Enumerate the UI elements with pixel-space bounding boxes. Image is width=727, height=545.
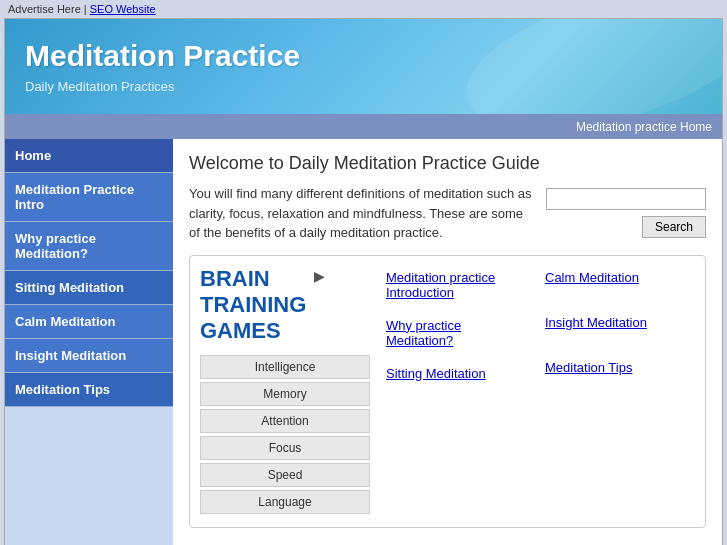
content-area: Welcome to Daily Meditation Practice Gui… [173,139,722,545]
ad-item-focus[interactable]: Focus [200,436,370,460]
content-heading: Welcome to Daily Meditation Practice Gui… [189,153,706,174]
sidebar-extra [5,407,173,545]
site-title: Meditation Practice [25,39,702,73]
link-calm[interactable]: Calm Meditation [545,270,695,285]
site-subtitle: Daily Meditation Practices [25,79,702,94]
sidebar-item-home[interactable]: Home [5,139,173,173]
ad-title: BRAIN TRAINING GAMES ▶ [200,266,370,345]
main-layout: Home Meditation Practice Intro Why pract… [5,139,722,545]
home-nav-link[interactable]: Meditation practice Home [576,120,712,134]
header: Meditation Practice Daily Meditation Pra… [5,19,722,114]
sidebar-item-tips[interactable]: Meditation Tips [5,373,173,407]
sidebar-item-why-practice[interactable]: Why practice Meditation? [5,222,173,271]
link-tips[interactable]: Meditation Tips [545,360,695,375]
link-why-practice[interactable]: Why practice Meditation? [386,318,519,348]
right-links: Calm Meditation Insight Meditation Medit… [535,266,695,517]
ad-item-memory[interactable]: Memory [200,382,370,406]
sidebar-item-meditation-intro[interactable]: Meditation Practice Intro [5,173,173,222]
middle-links: Meditation practice Introduction Why pra… [370,266,535,517]
sidebar-item-insight[interactable]: Insight Meditation [5,339,173,373]
link-meditation-intro[interactable]: Meditation practice Introduction [386,270,519,300]
content-top: You will find many different definitions… [189,184,706,243]
ad-title-text: BRAIN TRAINING GAMES [200,266,306,345]
sidebar-item-calm[interactable]: Calm Meditation [5,305,173,339]
seo-link[interactable]: SEO Website [90,3,156,15]
intro-text: You will find many different definitions… [189,184,536,243]
link-sitting[interactable]: Sitting Meditation [386,366,519,381]
ad-item-intelligence[interactable]: Intelligence [200,355,370,379]
ad-item-language[interactable]: Language [200,490,370,514]
outer-wrapper: Meditation Practice Daily Meditation Pra… [4,18,723,545]
advertise-text: Advertise Here | [8,3,90,15]
play-icon: ▶ [314,269,324,285]
ad-item-attention[interactable]: Attention [200,409,370,433]
links-section: BRAIN TRAINING GAMES ▶ Intelligence Memo… [189,255,706,528]
search-box: Search [546,184,706,243]
top-bar: Advertise Here | SEO Website [0,0,727,18]
link-insight[interactable]: Insight Meditation [545,315,695,330]
sidebar-item-sitting[interactable]: Sitting Meditation [5,271,173,305]
ad-column: BRAIN TRAINING GAMES ▶ Intelligence Memo… [200,266,370,517]
nav-bar: Meditation practice Home [5,114,722,139]
search-input[interactable] [546,188,706,210]
search-button[interactable]: Search [642,216,706,238]
ad-item-speed[interactable]: Speed [200,463,370,487]
sidebar: Home Meditation Practice Intro Why pract… [5,139,173,545]
